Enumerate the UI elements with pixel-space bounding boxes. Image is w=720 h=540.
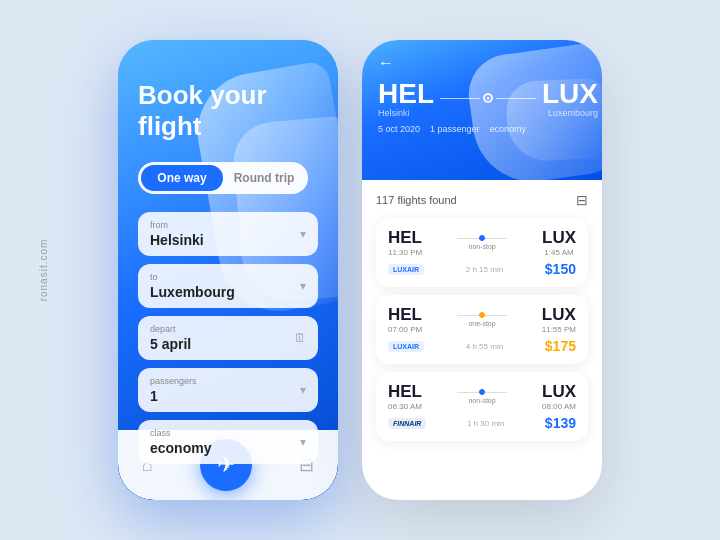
from-label: from [150, 220, 306, 230]
flight-route-1: HEL 11:30 PM non-stop LUX 1:45 AM [388, 228, 576, 257]
stop-indicator-3 [457, 389, 507, 395]
flight-sub-1: LUXAIR 2 h 15 min $150 [388, 261, 576, 277]
passengers-field[interactable]: passengers 1 ▾ [138, 368, 318, 412]
from-value: Helsinki [150, 232, 306, 248]
stop-indicator-1 [457, 235, 507, 241]
header-meta: 5 oct 2020 1 passenger economy [378, 124, 586, 134]
line-left-1 [457, 238, 479, 239]
chevron-down-icon-2: ▾ [300, 279, 306, 293]
price-2: $175 [545, 338, 576, 354]
flight-origin-code-2: HEL [388, 305, 422, 325]
one-way-button[interactable]: One way [141, 165, 223, 191]
dest-block: LUX Luxembourg [542, 78, 598, 118]
airline-logo-2: LUXAIR [388, 341, 424, 352]
flight-dest-code-1: LUX [542, 228, 576, 248]
dest-code: LUX [542, 78, 598, 110]
depart-label: depart [150, 324, 306, 334]
class-value: economy [150, 440, 306, 456]
flight-dest-3: LUX 08:00 AM [542, 382, 576, 411]
flight-dest-code-3: LUX [542, 382, 576, 402]
flight-origin-time-1: 11:30 PM [388, 248, 422, 257]
flight-sub-2: LUXAIR 4 h 55 min $175 [388, 338, 576, 354]
to-label: to [150, 272, 306, 282]
depart-field[interactable]: depart 5 april 🗓 [138, 316, 318, 360]
stop-indicator-2 [457, 312, 507, 318]
results-header: 117 flights found ⊟ [376, 192, 588, 208]
line-left-3 [457, 392, 479, 393]
flight-card-1[interactable]: HEL 11:30 PM non-stop LUX 1:45 AM [376, 218, 588, 287]
flight-class: economy [490, 124, 527, 134]
flight-origin-time-3: 06:30 AM [388, 402, 422, 411]
stop-label-2: one-stop [468, 320, 495, 327]
line-right-2 [485, 315, 507, 316]
flight-sub-3: FINNAIR 1 h 30 min $139 [388, 415, 576, 431]
book-title: Book your flight [138, 80, 318, 142]
stop-label-1: non-stop [469, 243, 496, 250]
route-line-right [496, 98, 536, 99]
flight-origin-3: HEL 06:30 AM [388, 382, 422, 411]
left-phone: Book your flight One way Round trip from… [118, 40, 338, 500]
results-count: 117 flights found [376, 194, 457, 206]
calendar-icon: 🗓 [294, 331, 306, 345]
price-1: $150 [545, 261, 576, 277]
watermark: ronasit.com [38, 239, 49, 302]
flight-origin-code-3: HEL [388, 382, 422, 402]
price-3: $139 [545, 415, 576, 431]
phones-container: Book your flight One way Round trip from… [118, 40, 602, 500]
flight-route-3: HEL 06:30 AM non-stop LUX 08:00 AM [388, 382, 576, 411]
passenger-count: 1 passenger [430, 124, 480, 134]
dot-icon: ● [486, 95, 490, 101]
flight-route-2: HEL 07:00 PM one-stop LUX 11:55 PM [388, 305, 576, 334]
origin-code: HEL [378, 78, 434, 110]
flight-dest-2: LUX 11:55 PM [542, 305, 576, 334]
to-field[interactable]: to Luxembourg ▾ [138, 264, 318, 308]
filter-icon[interactable]: ⊟ [576, 192, 588, 208]
passengers-label: passengers [150, 376, 306, 386]
flight-date: 5 oct 2020 [378, 124, 420, 134]
duration-2: 4 h 55 min [466, 342, 503, 351]
route-line-left [440, 98, 480, 99]
class-label: class [150, 428, 306, 438]
chevron-down-icon-4: ▾ [300, 435, 306, 449]
depart-value: 5 april [150, 336, 306, 352]
flight-dest-time-1: 1:45 AM [542, 248, 576, 257]
line-right-3 [485, 392, 507, 393]
flight-mid-1: non-stop [457, 235, 507, 250]
flight-dest-code-2: LUX [542, 305, 576, 325]
passengers-value: 1 [150, 388, 306, 404]
flight-dest-time-3: 08:00 AM [542, 402, 576, 411]
flight-mid-2: one-stop [457, 312, 507, 327]
to-value: Luxembourg [150, 284, 306, 300]
stop-label-3: non-stop [468, 397, 495, 404]
class-field[interactable]: class economy ▾ [138, 420, 318, 464]
flight-card-2[interactable]: HEL 07:00 PM one-stop LUX 11:55 PM [376, 295, 588, 364]
duration-3: 1 h 30 min [467, 419, 504, 428]
flight-origin-1: HEL 11:30 PM [388, 228, 422, 257]
flight-dest-1: LUX 1:45 AM [542, 228, 576, 257]
dest-city: Luxembourg [542, 108, 598, 118]
flight-card-3[interactable]: HEL 06:30 AM non-stop LUX 08:00 AM [376, 372, 588, 441]
flight-dest-time-2: 11:55 PM [542, 325, 576, 334]
line-left-2 [457, 315, 479, 316]
chevron-down-icon-3: ▾ [300, 383, 306, 397]
right-phone-header: ← HEL Helsinki ● LUX Luxembourg [362, 40, 602, 180]
line-right-1 [485, 238, 507, 239]
flight-origin-2: HEL 07:00 PM [388, 305, 422, 334]
route-arrow: ● [440, 93, 536, 103]
flight-origin-code-1: HEL [388, 228, 422, 248]
route-circle: ● [483, 93, 493, 103]
from-field[interactable]: from Helsinki ▾ [138, 212, 318, 256]
duration-1: 2 h 15 min [466, 265, 503, 274]
round-trip-button[interactable]: Round trip [223, 165, 305, 191]
airline-logo-1: LUXAIR [388, 264, 424, 275]
back-button[interactable]: ← [378, 54, 394, 72]
left-phone-content: Book your flight One way Round trip from… [118, 40, 338, 492]
results-section: 117 flights found ⊟ HEL 11:30 PM [362, 180, 602, 457]
flight-origin-time-2: 07:00 PM [388, 325, 422, 334]
flight-mid-3: non-stop [457, 389, 507, 404]
trip-toggle[interactable]: One way Round trip [138, 162, 308, 194]
origin-block: HEL Helsinki [378, 78, 434, 118]
route-row: HEL Helsinki ● LUX Luxembourg [378, 78, 586, 118]
right-phone: ← HEL Helsinki ● LUX Luxembourg [362, 40, 602, 500]
chevron-down-icon: ▾ [300, 227, 306, 241]
